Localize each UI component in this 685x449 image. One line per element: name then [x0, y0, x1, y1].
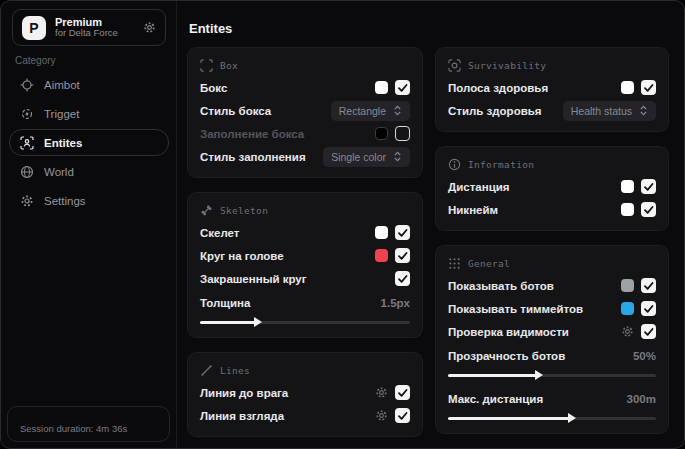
bot-opacity-value: 50%	[633, 350, 656, 362]
box-style-dropdown[interactable]: Rectangle	[331, 101, 410, 121]
setting-row-box-style: Стиль бокса Rectangle	[200, 99, 410, 122]
dots-grid-icon	[448, 257, 461, 270]
setting-row-fill-style: Стиль заполнения Single color	[200, 145, 410, 168]
page-title: Entites	[189, 21, 232, 36]
color-swatch[interactable]	[375, 249, 388, 262]
setting-row-show-teammates: Показывать тиммейтов	[448, 297, 656, 320]
bone-icon	[200, 204, 213, 217]
left-column: Box Бокс Стиль бокса Rectangle Заполнени…	[187, 47, 423, 437]
setting-row-health-bar: Полоса здоровья	[448, 76, 656, 99]
session-duration: Session duration: 4m 36s	[20, 423, 127, 434]
sidebar-item-label: World	[44, 166, 74, 178]
info-icon	[448, 158, 461, 171]
brand-subtitle: for Delta Force	[55, 28, 134, 39]
trigger-icon	[20, 107, 34, 121]
slider-thumb[interactable]	[568, 413, 576, 423]
thickness-value: 1.5px	[381, 297, 410, 309]
chevron-up-down-icon	[639, 105, 648, 116]
checkbox-checked[interactable]	[395, 385, 410, 400]
checkbox-checked[interactable]	[395, 80, 410, 95]
panel-lines: Lines Линия до врага Линия взгляда	[187, 352, 423, 437]
sidebar-item-label: Settings	[44, 195, 86, 207]
setting-row-distance: Дистанция	[448, 175, 656, 198]
setting-row-filled-circle: Закрашенный круг	[200, 267, 410, 290]
setting-row-view-line: Линия взгляда	[200, 404, 410, 427]
line-icon	[200, 364, 213, 377]
sidebar-nav: Aimbot Trigget Entites World Settings	[9, 71, 169, 214]
sidebar-item-trigget[interactable]: Trigget	[9, 100, 169, 127]
color-swatch[interactable]	[375, 226, 388, 239]
panel-information-header: Information	[448, 155, 656, 173]
color-swatch[interactable]	[621, 81, 634, 94]
checkbox-checked[interactable]	[641, 278, 656, 293]
color-swatch[interactable]	[621, 279, 634, 292]
gear-icon[interactable]	[375, 386, 388, 399]
health-style-dropdown[interactable]: Health status	[563, 101, 656, 121]
setting-row-show-bots: Показывать ботов	[448, 274, 656, 297]
color-swatch[interactable]	[621, 203, 634, 216]
category-label: Category	[15, 55, 56, 66]
entities-icon	[20, 136, 34, 150]
checkbox-unchecked[interactable]	[395, 126, 410, 141]
checkbox-checked[interactable]	[395, 271, 410, 286]
setting-row-box-fill: Заполнение бокса	[200, 122, 410, 145]
panel-survivability: Survivability Полоса здоровья Стиль здор…	[435, 47, 669, 132]
session-card: Session duration: 4m 36s	[7, 406, 170, 442]
sidebar-item-aimbot[interactable]: Aimbot	[9, 71, 169, 98]
bot-opacity-slider[interactable]	[448, 369, 656, 381]
fill-style-dropdown[interactable]: Single color	[323, 147, 410, 167]
gear-icon[interactable]	[375, 409, 388, 422]
globe-icon	[20, 165, 34, 179]
color-swatch[interactable]	[375, 81, 388, 94]
slider-thumb[interactable]	[535, 370, 543, 380]
app-window: P Premium for Delta Force Category Aimbo…	[0, 0, 685, 449]
checkbox-checked[interactable]	[641, 202, 656, 217]
setting-row-health-style: Стиль здоровья Health status	[448, 99, 656, 122]
setting-row-box-enable: Бокс	[200, 76, 410, 99]
checkbox-checked[interactable]	[641, 301, 656, 316]
checkbox-checked[interactable]	[641, 80, 656, 95]
panel-box: Box Бокс Стиль бокса Rectangle Заполнени…	[187, 47, 423, 178]
thickness-slider[interactable]	[200, 316, 410, 328]
brand-logo: P	[22, 16, 46, 40]
panel-skeleton: Skeleton Скелет Круг на голове Закрашенн…	[187, 192, 423, 338]
setting-row-bot-opacity: Прозрачность ботов 50%	[448, 344, 656, 381]
checkbox-checked[interactable]	[395, 225, 410, 240]
survivability-icon	[448, 59, 461, 72]
setting-row-nickname: Никнейм	[448, 198, 656, 221]
color-swatch[interactable]	[621, 302, 634, 315]
setting-row-line-to-enemy: Линия до врага	[200, 381, 410, 404]
sidebar-item-entites[interactable]: Entites	[9, 129, 169, 156]
chevron-up-down-icon	[393, 105, 402, 116]
panel-general: General Показывать ботов Показывать тимм…	[435, 245, 669, 434]
checkbox-checked[interactable]	[395, 408, 410, 423]
checkbox-checked[interactable]	[641, 324, 656, 339]
sidebar-item-label: Entites	[44, 137, 82, 149]
sidebar-item-settings[interactable]: Settings	[9, 187, 169, 214]
setting-row-head-circle: Круг на голове	[200, 244, 410, 267]
brand-card: P Premium for Delta Force	[12, 9, 166, 46]
panel-general-header: General	[448, 254, 656, 272]
sidebar: P Premium for Delta Force Category Aimbo…	[1, 1, 177, 448]
max-distance-slider[interactable]	[448, 412, 656, 424]
setting-row-visibility-check: Проверка видимости	[448, 320, 656, 343]
checkbox-checked[interactable]	[641, 179, 656, 194]
aimbot-icon	[20, 78, 34, 92]
panel-survivability-header: Survivability	[448, 56, 656, 74]
slider-thumb[interactable]	[254, 317, 262, 327]
color-swatch[interactable]	[621, 180, 634, 193]
sidebar-item-world[interactable]: World	[9, 158, 169, 185]
panel-information: Information Дистанция Никнейм	[435, 146, 669, 231]
gear-icon	[20, 194, 34, 208]
panel-box-header: Box	[200, 56, 410, 74]
gear-icon[interactable]	[621, 325, 634, 338]
box-icon	[200, 59, 213, 72]
panel-lines-header: Lines	[200, 361, 410, 379]
max-distance-value: 300m	[627, 393, 656, 405]
brand-settings-icon[interactable]	[143, 21, 156, 34]
setting-row-max-distance: Макс. дистанция 300m	[448, 387, 656, 424]
panel-skeleton-header: Skeleton	[200, 201, 410, 219]
checkbox-checked[interactable]	[395, 248, 410, 263]
color-swatch[interactable]	[375, 127, 388, 140]
setting-row-skeleton: Скелет	[200, 221, 410, 244]
